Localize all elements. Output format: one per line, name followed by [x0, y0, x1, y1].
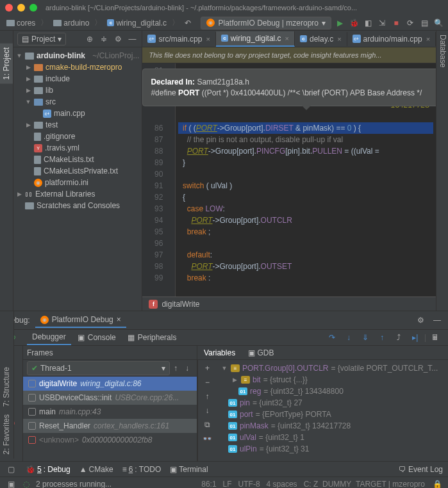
tree-node[interactable]: ▶lib	[13, 85, 142, 96]
prev-frame-icon[interactable]: ↑	[170, 362, 181, 374]
structure-tool-tab[interactable]: 7: Structure	[0, 363, 13, 411]
editor-tab[interactable]: c+src/main.cpp×	[142, 32, 215, 46]
hide-icon[interactable]: —	[126, 33, 138, 45]
tree-node[interactable]: ▶include	[13, 73, 142, 85]
file-encoding[interactable]: UTF-8	[238, 480, 260, 489]
run-config-selector[interactable]: ◉ PlatformIO Debug | mzeropro ▾	[201, 17, 331, 29]
folder-icon	[34, 99, 43, 106]
profile-icon[interactable]: ◧	[362, 17, 374, 29]
close-tab-icon[interactable]: ×	[206, 35, 210, 43]
variables-tab[interactable]: Variables	[201, 347, 238, 359]
evaluate-icon[interactable]: 🖩	[427, 330, 443, 345]
indent-info[interactable]: 4 spaces	[267, 480, 297, 489]
breadcrumb[interactable]: cores	[4, 17, 38, 29]
stack-frame[interactable]: <unknown> 0x000000000002fb8	[23, 433, 197, 447]
copy-watch-icon[interactable]: ⧉	[202, 419, 213, 430]
editor-tab[interactable]: cdelay.c×	[295, 32, 347, 46]
folder-icon	[34, 87, 43, 94]
folder-icon	[34, 64, 43, 71]
line-separator[interactable]: LF	[223, 480, 232, 489]
cmake-bottom-tab[interactable]: ▲ CMake	[79, 465, 113, 474]
close-tab-icon[interactable]: ×	[426, 35, 430, 43]
variables-tree[interactable]: ▼≡PORT.Group[0].OUTCLR = {volatile PORT_…	[217, 360, 448, 461]
frame-icon	[28, 436, 36, 444]
step-over-icon[interactable]: ↷	[324, 330, 340, 345]
debugger-subtab[interactable]: Debugger	[27, 330, 71, 345]
editor-tab[interactable]: c+arduino/main.cpp×	[347, 32, 436, 46]
tree-file[interactable]: c+main.cpp	[13, 108, 142, 119]
back-icon[interactable]: ↶	[182, 17, 194, 29]
vcs-icon[interactable]: ⟳	[404, 17, 416, 29]
stack-frame[interactable]: digitalWrite wiring_digital.c:86	[23, 377, 197, 391]
editor-tab[interactable]: cwiring_digital.c×	[216, 31, 295, 47]
process-status[interactable]: 2 processes running...	[36, 480, 112, 489]
close-tab-icon[interactable]: ×	[285, 35, 289, 42]
peripherals-subtab[interactable]: ▦Peripherals	[122, 330, 182, 345]
run-icon[interactable]: ▶	[334, 17, 345, 29]
force-step-into-icon[interactable]: ⇓	[358, 330, 373, 345]
step-out-icon[interactable]: ↑	[374, 330, 390, 345]
tree-external-libs[interactable]: ▶⫾⫾External Libraries	[13, 188, 142, 200]
breadcrumb[interactable]: arduino	[51, 17, 92, 29]
up-watch-icon[interactable]: ↑	[202, 391, 213, 402]
debug-session-tab[interactable]: ◉ PlatformIO Debug×	[35, 313, 126, 328]
status-icon[interactable]: ▣	[5, 478, 17, 489]
next-frame-icon[interactable]: ↓	[181, 362, 193, 374]
folder-icon	[25, 202, 34, 209]
close-tab-icon[interactable]: ×	[337, 35, 341, 43]
add-watch-icon[interactable]: +	[202, 362, 213, 374]
tree-file[interactable]: Y.travis.yml	[13, 142, 142, 154]
stack-frame[interactable]: USBDeviceClass::init USBCore.cpp:26...	[23, 391, 197, 405]
attach-icon[interactable]: ⇲	[376, 17, 388, 29]
minimize-window[interactable]	[17, 4, 25, 12]
stack-frame[interactable]: Reset_Handler cortex_handlers.c:161	[23, 419, 197, 433]
hide-panel-icon[interactable]: —	[431, 314, 443, 326]
thread-selector[interactable]: ✔Thread-1▾	[27, 361, 170, 375]
drop-frame-icon[interactable]: ⤴	[391, 330, 406, 345]
console-subtab[interactable]: ▣Console	[72, 330, 121, 345]
tree-root[interactable]: ▼arduino-blink ~/CLionProj...	[13, 50, 142, 61]
database-tool-tab[interactable]: Database	[436, 31, 448, 71]
stack-frame[interactable]: main main.cpp:43	[23, 405, 197, 419]
ide-settings-icon[interactable]: ▤	[419, 17, 430, 29]
cmake-file-icon	[34, 167, 41, 175]
maximize-window[interactable]	[29, 4, 37, 12]
gear-icon[interactable]: ⚙	[415, 314, 426, 326]
stop-icon[interactable]: ■	[390, 17, 402, 29]
lock-icon[interactable]: 🔒	[431, 478, 443, 489]
down-watch-icon[interactable]: ↓	[202, 405, 213, 416]
project-tool-tab[interactable]: 1: Project	[0, 44, 13, 84]
step-into-icon[interactable]: ↓	[341, 330, 356, 345]
run-to-cursor-icon[interactable]: ▸|	[408, 330, 423, 345]
tree-file[interactable]: CMakeListsPrivate.txt	[13, 165, 142, 177]
glasses-icon[interactable]: 👓	[202, 433, 213, 444]
tree-file[interactable]: CMakeLists.txt	[13, 154, 142, 165]
tree-node[interactable]: ▼src	[13, 96, 142, 108]
tree-scratches[interactable]: Scratches and Consoles	[13, 200, 142, 211]
project-view-selector[interactable]: ▤Project▾	[17, 33, 66, 45]
tree-file[interactable]: .gitignore	[13, 131, 142, 142]
gear-icon[interactable]: ⚙	[112, 33, 124, 45]
favorites-tool-tab[interactable]: 2: Favorites	[0, 411, 13, 459]
close-window[interactable]	[5, 4, 13, 12]
terminal-bottom-tab[interactable]: ▣ Terminal	[170, 465, 208, 474]
c-file-icon: c	[300, 35, 307, 42]
context-info[interactable]: C: Z_DUMMY_TARGET | mzeropro	[304, 480, 425, 489]
breadcrumb[interactable]: cwiring_digital.c	[104, 17, 169, 29]
cmake-file-icon	[34, 156, 41, 164]
locate-icon[interactable]: ⊕	[84, 33, 95, 45]
tree-file[interactable]: ◉platformio.ini	[13, 177, 142, 188]
event-log-tab[interactable]: 🗨 Event Log	[399, 465, 443, 474]
gdb-tab[interactable]: ▣ GDB	[245, 347, 276, 359]
tool-windows-icon[interactable]: ▢	[5, 464, 17, 475]
remove-watch-icon[interactable]: −	[202, 377, 213, 388]
collapse-icon[interactable]: ≑	[98, 33, 110, 45]
debug-icon[interactable]: 🐞	[348, 17, 360, 29]
frame-icon	[28, 394, 36, 402]
todo-bottom-tab[interactable]: ≡ 6: TODO	[122, 465, 162, 474]
libs-icon: ⫾⫾	[25, 190, 33, 199]
search-icon[interactable]: 🔍	[433, 17, 444, 29]
tree-node[interactable]: ▶cmake-build-mzeropro	[13, 61, 142, 73]
debug-bottom-tab[interactable]: 🐞 5: Debug	[26, 465, 71, 474]
tree-node[interactable]: ▶test	[13, 119, 142, 131]
